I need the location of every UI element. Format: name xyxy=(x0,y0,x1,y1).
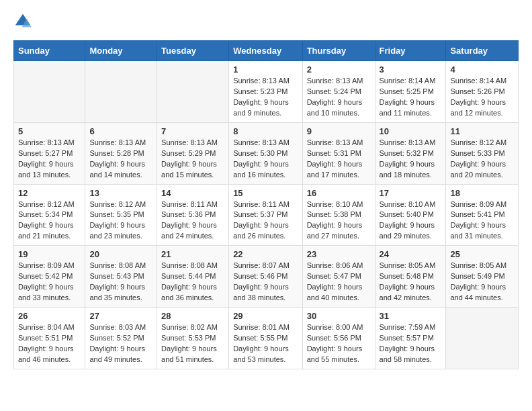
day-number: 15 xyxy=(233,188,298,198)
day-number: 19 xyxy=(18,249,81,259)
day-info: Sunrise: 8:08 AMSunset: 5:43 PMDaylight:… xyxy=(89,261,152,304)
week-row-1: 1Sunrise: 8:13 AMSunset: 5:23 PMDaylight… xyxy=(14,61,519,123)
calendar-cell: 6Sunrise: 8:13 AMSunset: 5:28 PMDaylight… xyxy=(85,122,157,184)
calendar-cell: 9Sunrise: 8:13 AMSunset: 5:31 PMDaylight… xyxy=(302,122,375,184)
day-info: Sunrise: 8:12 AMSunset: 5:33 PMDaylight:… xyxy=(450,138,514,181)
calendar-cell: 21Sunrise: 8:08 AMSunset: 5:44 PMDayligh… xyxy=(157,246,229,308)
calendar-cell: 16Sunrise: 8:10 AMSunset: 5:38 PMDayligh… xyxy=(302,184,375,246)
day-number: 10 xyxy=(380,126,442,136)
day-number: 31 xyxy=(380,311,442,321)
header xyxy=(13,12,519,31)
calendar-cell: 5Sunrise: 8:13 AMSunset: 5:27 PMDaylight… xyxy=(14,122,85,184)
calendar-cell: 2Sunrise: 8:13 AMSunset: 5:24 PMDaylight… xyxy=(302,61,375,123)
day-number: 9 xyxy=(307,126,371,136)
calendar-cell: 31Sunrise: 7:59 AMSunset: 5:57 PMDayligh… xyxy=(375,308,446,369)
day-info: Sunrise: 8:04 AMSunset: 5:51 PMDaylight:… xyxy=(18,322,81,365)
day-number: 21 xyxy=(161,249,224,259)
day-number: 1 xyxy=(233,64,298,75)
day-info: Sunrise: 8:12 AMSunset: 5:35 PMDaylight:… xyxy=(89,199,152,242)
weekday-header-saturday: Saturday xyxy=(446,41,519,61)
calendar-cell: 17Sunrise: 8:10 AMSunset: 5:40 PMDayligh… xyxy=(375,184,446,246)
calendar-cell: 27Sunrise: 8:03 AMSunset: 5:52 PMDayligh… xyxy=(85,308,157,369)
day-info: Sunrise: 8:01 AMSunset: 5:55 PMDaylight:… xyxy=(233,322,298,365)
day-info: Sunrise: 8:13 AMSunset: 5:28 PMDaylight:… xyxy=(89,138,152,181)
day-info: Sunrise: 8:10 AMSunset: 5:40 PMDaylight:… xyxy=(380,199,442,242)
weekday-header-monday: Monday xyxy=(85,41,157,61)
weekday-header-wednesday: Wednesday xyxy=(229,41,303,61)
calendar-cell: 8Sunrise: 8:13 AMSunset: 5:30 PMDaylight… xyxy=(229,122,303,184)
day-info: Sunrise: 8:13 AMSunset: 5:32 PMDaylight:… xyxy=(380,138,442,181)
day-info: Sunrise: 8:10 AMSunset: 5:38 PMDaylight:… xyxy=(307,199,371,242)
day-info: Sunrise: 8:03 AMSunset: 5:52 PMDaylight:… xyxy=(89,322,152,365)
day-info: Sunrise: 8:11 AMSunset: 5:37 PMDaylight:… xyxy=(233,199,298,242)
day-number: 6 xyxy=(89,126,152,136)
day-info: Sunrise: 8:13 AMSunset: 5:31 PMDaylight:… xyxy=(307,138,371,181)
day-info: Sunrise: 8:06 AMSunset: 5:47 PMDaylight:… xyxy=(307,261,371,304)
weekday-header-thursday: Thursday xyxy=(302,41,375,61)
calendar-cell xyxy=(446,308,519,369)
day-number: 5 xyxy=(18,126,81,136)
day-number: 27 xyxy=(89,311,152,321)
day-info: Sunrise: 7:59 AMSunset: 5:57 PMDaylight:… xyxy=(380,322,442,365)
calendar-cell xyxy=(85,61,157,123)
weekday-header-friday: Friday xyxy=(375,41,446,61)
day-number: 28 xyxy=(161,311,224,321)
week-row-2: 5Sunrise: 8:13 AMSunset: 5:27 PMDaylight… xyxy=(14,122,519,184)
day-info: Sunrise: 8:09 AMSunset: 5:42 PMDaylight:… xyxy=(18,261,81,304)
day-number: 30 xyxy=(307,311,371,321)
day-info: Sunrise: 8:05 AMSunset: 5:49 PMDaylight:… xyxy=(450,261,514,304)
day-number: 22 xyxy=(233,249,298,259)
week-row-4: 19Sunrise: 8:09 AMSunset: 5:42 PMDayligh… xyxy=(14,246,519,308)
calendar-cell: 3Sunrise: 8:14 AMSunset: 5:25 PMDaylight… xyxy=(375,61,446,123)
calendar-cell: 19Sunrise: 8:09 AMSunset: 5:42 PMDayligh… xyxy=(14,246,85,308)
week-row-5: 26Sunrise: 8:04 AMSunset: 5:51 PMDayligh… xyxy=(14,308,519,369)
calendar-cell: 7Sunrise: 8:13 AMSunset: 5:29 PMDaylight… xyxy=(157,122,229,184)
day-number: 26 xyxy=(18,311,81,321)
calendar-cell: 15Sunrise: 8:11 AMSunset: 5:37 PMDayligh… xyxy=(229,184,303,246)
day-info: Sunrise: 8:13 AMSunset: 5:23 PMDaylight:… xyxy=(233,76,298,119)
day-number: 7 xyxy=(161,126,224,136)
calendar-cell: 28Sunrise: 8:02 AMSunset: 5:53 PMDayligh… xyxy=(157,308,229,369)
calendar-cell: 30Sunrise: 8:00 AMSunset: 5:56 PMDayligh… xyxy=(302,308,375,369)
day-info: Sunrise: 8:05 AMSunset: 5:48 PMDaylight:… xyxy=(380,261,442,304)
day-number: 4 xyxy=(450,64,514,75)
day-number: 3 xyxy=(380,64,442,75)
calendar-cell xyxy=(157,61,229,123)
calendar-cell: 24Sunrise: 8:05 AMSunset: 5:48 PMDayligh… xyxy=(375,246,446,308)
day-info: Sunrise: 8:13 AMSunset: 5:29 PMDaylight:… xyxy=(161,138,224,181)
calendar-table: SundayMondayTuesdayWednesdayThursdayFrid… xyxy=(13,40,519,369)
day-info: Sunrise: 8:14 AMSunset: 5:26 PMDaylight:… xyxy=(450,76,514,119)
day-number: 29 xyxy=(233,311,298,321)
calendar-cell xyxy=(14,61,85,123)
day-number: 16 xyxy=(307,188,371,198)
day-info: Sunrise: 8:09 AMSunset: 5:41 PMDaylight:… xyxy=(450,199,514,242)
day-number: 13 xyxy=(89,188,152,198)
day-info: Sunrise: 8:02 AMSunset: 5:53 PMDaylight:… xyxy=(161,322,224,365)
day-info: Sunrise: 8:08 AMSunset: 5:44 PMDaylight:… xyxy=(161,261,224,304)
day-info: Sunrise: 8:13 AMSunset: 5:30 PMDaylight:… xyxy=(233,138,298,181)
weekday-header-row: SundayMondayTuesdayWednesdayThursdayFrid… xyxy=(14,41,519,61)
calendar-cell: 10Sunrise: 8:13 AMSunset: 5:32 PMDayligh… xyxy=(375,122,446,184)
day-info: Sunrise: 8:11 AMSunset: 5:36 PMDaylight:… xyxy=(161,199,224,242)
day-info: Sunrise: 8:07 AMSunset: 5:46 PMDaylight:… xyxy=(233,261,298,304)
day-number: 24 xyxy=(380,249,442,259)
day-number: 18 xyxy=(450,188,514,198)
page: SundayMondayTuesdayWednesdayThursdayFrid… xyxy=(0,0,532,381)
logo xyxy=(13,12,35,31)
calendar-cell: 26Sunrise: 8:04 AMSunset: 5:51 PMDayligh… xyxy=(14,308,85,369)
day-info: Sunrise: 8:12 AMSunset: 5:34 PMDaylight:… xyxy=(18,199,81,242)
day-number: 25 xyxy=(450,249,514,259)
day-number: 12 xyxy=(18,188,81,198)
calendar-cell: 13Sunrise: 8:12 AMSunset: 5:35 PMDayligh… xyxy=(85,184,157,246)
day-info: Sunrise: 8:13 AMSunset: 5:27 PMDaylight:… xyxy=(18,138,81,181)
day-number: 20 xyxy=(89,249,152,259)
calendar-cell: 29Sunrise: 8:01 AMSunset: 5:55 PMDayligh… xyxy=(229,308,303,369)
day-number: 14 xyxy=(161,188,224,198)
day-number: 2 xyxy=(307,64,371,75)
calendar-cell: 25Sunrise: 8:05 AMSunset: 5:49 PMDayligh… xyxy=(446,246,519,308)
weekday-header-tuesday: Tuesday xyxy=(157,41,229,61)
day-info: Sunrise: 8:14 AMSunset: 5:25 PMDaylight:… xyxy=(380,76,442,119)
day-info: Sunrise: 8:13 AMSunset: 5:24 PMDaylight:… xyxy=(307,76,371,119)
calendar-cell: 11Sunrise: 8:12 AMSunset: 5:33 PMDayligh… xyxy=(446,122,519,184)
calendar-cell: 22Sunrise: 8:07 AMSunset: 5:46 PMDayligh… xyxy=(229,246,303,308)
